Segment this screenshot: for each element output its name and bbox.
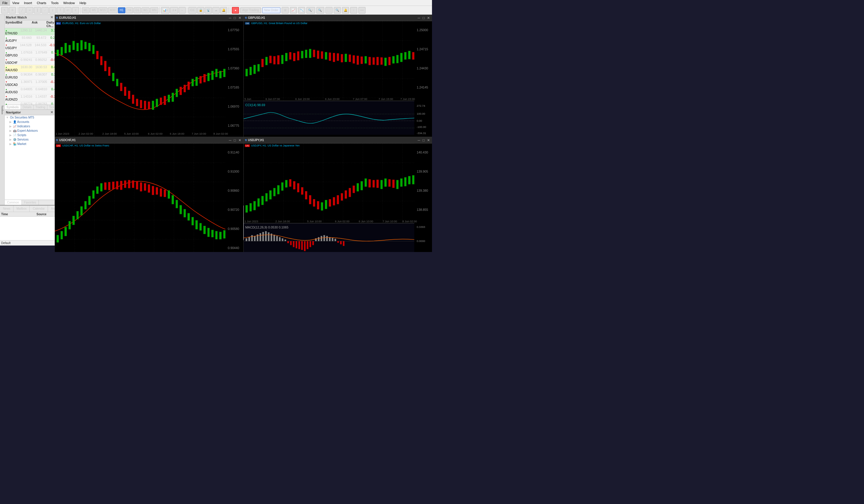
term-tab-news[interactable]: News bbox=[0, 206, 13, 212]
chart-type-bars[interactable]: 📊▾ bbox=[161, 7, 169, 13]
channel-tool[interactable]: ⫿ bbox=[49, 7, 56, 13]
nav-root[interactable]: ▼ Ox Securities MT5 bbox=[5, 115, 55, 120]
chart-eurusd-content[interactable]: EU EURUSD, H1: Euro vs US Dollar bbox=[55, 21, 243, 137]
chart-usdjpy-minimize[interactable]: ─ bbox=[417, 138, 421, 142]
alert-btn[interactable]: 🔔 bbox=[220, 7, 227, 13]
tf-h4[interactable]: H4 bbox=[126, 7, 133, 13]
market-watch-row-audjpy[interactable]: AUDJPY 93.660 93.672 0.25% bbox=[5, 36, 55, 43]
market-watch-row-audusd[interactable]: AUDUSD 0.64805 0.64810 0.43% bbox=[5, 87, 55, 94]
chart-usdchf-content[interactable]: US USDCHF, H1: US Dollar vs Swiss Franc … bbox=[55, 144, 243, 252]
tf-m15[interactable]: M15 bbox=[98, 7, 107, 13]
line-tool[interactable]: ╱ bbox=[19, 7, 26, 13]
nav-experts[interactable]: ▶ 🤖 Expert Advisors bbox=[5, 128, 55, 133]
tf-mn[interactable]: MN bbox=[150, 7, 158, 13]
menu-charts[interactable]: Charts bbox=[34, 0, 49, 5]
chart-gbpusd-content[interactable]: GB GBPUSD, H1: Great Britain Pound vs US… bbox=[244, 21, 432, 137]
cursor-tool[interactable]: ↖ bbox=[1, 7, 8, 13]
properties-tool[interactable]: ≡ bbox=[72, 7, 79, 13]
zoom-in-btn[interactable]: 🔍+ bbox=[307, 7, 315, 13]
nav-market[interactable]: ▶ 🏪 Market bbox=[5, 142, 55, 146]
tf-w1[interactable]: W1 bbox=[142, 7, 149, 13]
algo-trading-btn[interactable]: Algo Trading bbox=[240, 7, 261, 13]
new-order-btn[interactable]: New Order bbox=[262, 7, 280, 13]
tf-m5[interactable]: M5 bbox=[90, 7, 98, 13]
term-tab-calendar[interactable]: Calendar bbox=[30, 206, 48, 212]
nav-scripts[interactable]: ▶ 📄 Scripts bbox=[5, 133, 55, 137]
menu-window[interactable]: Window bbox=[61, 0, 77, 5]
zoom-out-btn[interactable]: 🔍- bbox=[316, 7, 324, 13]
extra-btn1[interactable]: ↕ bbox=[350, 7, 357, 13]
chart-type-candles[interactable]: 🕯▾ bbox=[170, 7, 178, 13]
market-watch-row-audnzd[interactable]: AUDNZD 1.14316 1.14337 -0.24% bbox=[5, 94, 55, 102]
chart-usdjpy-info: US USDJPY, H1: US Dollar vs Japanese Yen bbox=[245, 144, 300, 147]
svg-rect-269 bbox=[345, 190, 347, 198]
menu-tools[interactable]: Tools bbox=[49, 0, 61, 5]
mw-tab-trading[interactable]: Trading bbox=[34, 105, 47, 109]
algo-extra3[interactable]: 📉 bbox=[298, 7, 305, 13]
nav-tab-common[interactable]: Common bbox=[5, 200, 22, 205]
notification-btn[interactable]: 🔔 bbox=[342, 7, 349, 13]
trend-tool[interactable]: ⟋ bbox=[41, 7, 49, 13]
mw-tab-details[interactable]: Details bbox=[21, 105, 34, 109]
market-watch-row-eurusd[interactable]: EURUSD 0.96304 0.96307 0.23% bbox=[5, 72, 55, 80]
term-tab-mailbox[interactable]: Mailbox bbox=[13, 206, 30, 212]
label-tool[interactable]: 🏷 bbox=[64, 7, 72, 13]
mw-tab-symbols[interactable]: Symbols bbox=[5, 105, 21, 109]
tf-h1[interactable]: H1 bbox=[118, 7, 125, 13]
crosshair-tool[interactable]: ✛ bbox=[9, 7, 16, 13]
chart-usdjpy-content[interactable]: US USDJPY, H1: US Dollar vs Japanese Yen… bbox=[244, 144, 432, 252]
tf-d1[interactable]: D1 bbox=[134, 7, 141, 13]
navigator-close[interactable]: ✕ bbox=[50, 110, 53, 114]
market-watch-row-audcad[interactable]: AUDCAD 0.88774 0.88783 0.12% bbox=[5, 102, 55, 105]
menu-help[interactable]: Help bbox=[77, 0, 88, 5]
toolbar-sep-4 bbox=[187, 7, 187, 13]
nav-tab-favorites[interactable]: Favorites bbox=[22, 200, 39, 205]
market-watch-row-ethusd[interactable]: ETHUSD 1290.12 1440.24 3.18% bbox=[5, 28, 55, 36]
market-watch-close[interactable]: ✕ bbox=[50, 15, 53, 20]
vline-tool[interactable]: ┃ bbox=[34, 7, 41, 13]
hline-tool[interactable]: ━ bbox=[26, 7, 33, 13]
chart-gbpusd-minimize[interactable]: ─ bbox=[417, 16, 421, 20]
signal-btn[interactable]: 📡 bbox=[205, 7, 212, 13]
chart-usdjpy-maximize[interactable]: □ bbox=[422, 138, 425, 142]
nav-services[interactable]: ▶ ⚙️ Services bbox=[5, 137, 55, 142]
menu-view[interactable]: View bbox=[10, 0, 22, 5]
tf-m30[interactable]: M30 bbox=[108, 7, 117, 13]
algo-extra2[interactable]: 📈 bbox=[290, 7, 297, 13]
chart-usdjpy-close[interactable]: ✕ bbox=[426, 138, 431, 142]
chart-usdchf-maximize[interactable]: □ bbox=[233, 138, 237, 142]
cloud-btn[interactable]: ☁ bbox=[213, 7, 219, 13]
menu-file[interactable]: File bbox=[0, 0, 10, 5]
svg-rect-257 bbox=[289, 180, 291, 186]
ide-btn[interactable]: IDE bbox=[188, 7, 197, 13]
svg-rect-105 bbox=[329, 53, 331, 61]
svg-rect-225 bbox=[321, 236, 322, 241]
market-watch-row-usdcad[interactable]: USDCAD 1.36971 1.37005 -0.23% bbox=[5, 80, 55, 87]
chart-eurusd-maximize[interactable]: □ bbox=[233, 16, 237, 20]
tf-m1[interactable]: M1 bbox=[82, 7, 89, 13]
chart-eurusd-minimize[interactable]: ─ bbox=[228, 16, 232, 20]
market-watch-row-gbpusd[interactable]: GBPUSD 1.07616 1.07649 0.73% bbox=[5, 50, 55, 58]
market-watch-row-usdjpy[interactable]: USDJPY 144.528 144.533 -0.14% bbox=[5, 43, 55, 50]
extra-btn2[interactable]: ━━ bbox=[358, 7, 365, 13]
nav-accounts[interactable]: ▶ 👤 Accounts bbox=[5, 120, 55, 124]
chart-usdchf-title-left: 𝕬 USDCHF,H1 bbox=[56, 138, 76, 142]
toolbox[interactable]: Toolbox bbox=[0, 15, 5, 205]
nav-indicators[interactable]: ▶ 📈 Indicators bbox=[5, 124, 55, 128]
chart-gbpusd-maximize[interactable]: □ bbox=[422, 16, 425, 20]
chart-usdchf-close[interactable]: ✕ bbox=[238, 138, 242, 142]
market-watch-row-xauusd[interactable]: XAUUSD 1630.00 1630.53 0.49% bbox=[5, 65, 55, 72]
menu-insert[interactable]: Insert bbox=[22, 0, 34, 5]
chart-usdchf-minimize[interactable]: ─ bbox=[228, 138, 232, 142]
algo-extra1[interactable]: ⊞ bbox=[281, 7, 289, 13]
fullscreen-btn[interactable]: ⛶ bbox=[325, 7, 333, 13]
text-tool[interactable]: T bbox=[57, 7, 64, 13]
market-watch-row-usdchf[interactable]: USDCHF 0.99241 0.99252 -0.06% bbox=[5, 58, 55, 65]
chart-gbpusd-title: GBPUSD,H1 bbox=[248, 16, 265, 20]
search-btn[interactable]: 🔍 bbox=[334, 7, 341, 13]
chart-eurusd-close[interactable]: ✕ bbox=[238, 16, 242, 20]
lock-btn[interactable]: 🔒 bbox=[197, 7, 204, 13]
chart-gbpusd-close[interactable]: ✕ bbox=[426, 16, 431, 20]
chart-autoscroll[interactable]: ↔ bbox=[179, 7, 186, 13]
svg-rect-65 bbox=[244, 101, 415, 135]
